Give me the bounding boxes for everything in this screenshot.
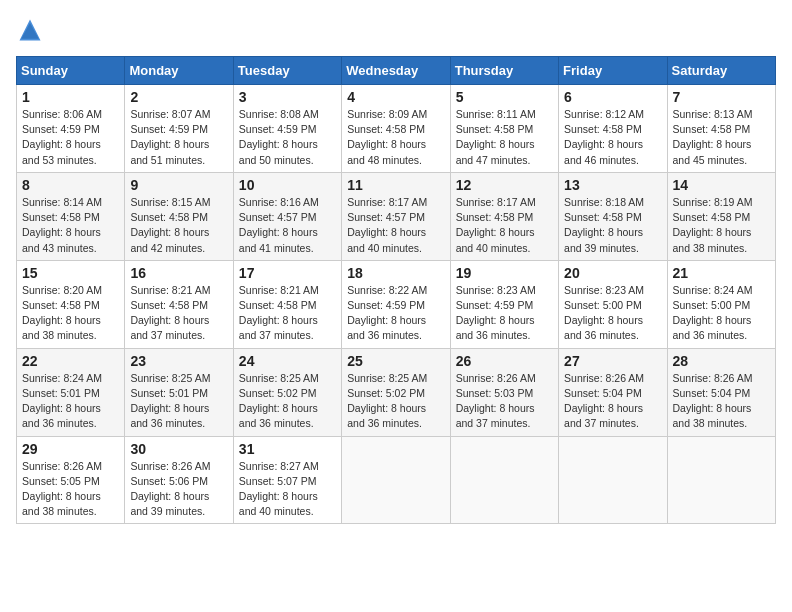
- day-number: 26: [456, 353, 553, 369]
- day-number: 8: [22, 177, 119, 193]
- daylight-hours: Daylight: 8 hours and 51 minutes.: [130, 138, 209, 165]
- day-number: 14: [673, 177, 770, 193]
- sunset-time: Sunset: 5:07 PM: [239, 475, 317, 487]
- daylight-hours: Daylight: 8 hours and 36 minutes.: [456, 314, 535, 341]
- day-info: Sunrise: 8:15 AM Sunset: 4:58 PM Dayligh…: [130, 195, 227, 256]
- calendar-day-cell: 25 Sunrise: 8:25 AM Sunset: 5:02 PM Dayl…: [342, 348, 450, 436]
- sunset-time: Sunset: 4:58 PM: [673, 211, 751, 223]
- calendar-day-cell: 20 Sunrise: 8:23 AM Sunset: 5:00 PM Dayl…: [559, 260, 667, 348]
- day-info: Sunrise: 8:09 AM Sunset: 4:58 PM Dayligh…: [347, 107, 444, 168]
- day-number: 30: [130, 441, 227, 457]
- calendar-week-row: 8 Sunrise: 8:14 AM Sunset: 4:58 PM Dayli…: [17, 172, 776, 260]
- column-header-wednesday: Wednesday: [342, 57, 450, 85]
- day-number: 11: [347, 177, 444, 193]
- sunrise-time: Sunrise: 8:20 AM: [22, 284, 102, 296]
- sunrise-time: Sunrise: 8:25 AM: [130, 372, 210, 384]
- calendar-week-row: 15 Sunrise: 8:20 AM Sunset: 4:58 PM Dayl…: [17, 260, 776, 348]
- day-number: 2: [130, 89, 227, 105]
- day-info: Sunrise: 8:26 AM Sunset: 5:04 PM Dayligh…: [564, 371, 661, 432]
- sunrise-time: Sunrise: 8:15 AM: [130, 196, 210, 208]
- day-info: Sunrise: 8:13 AM Sunset: 4:58 PM Dayligh…: [673, 107, 770, 168]
- sunrise-time: Sunrise: 8:24 AM: [673, 284, 753, 296]
- day-info: Sunrise: 8:17 AM Sunset: 4:57 PM Dayligh…: [347, 195, 444, 256]
- sunset-time: Sunset: 5:02 PM: [239, 387, 317, 399]
- calendar-day-cell: 10 Sunrise: 8:16 AM Sunset: 4:57 PM Dayl…: [233, 172, 341, 260]
- daylight-hours: Daylight: 8 hours and 38 minutes.: [673, 402, 752, 429]
- calendar-day-cell: [667, 436, 775, 524]
- day-info: Sunrise: 8:21 AM Sunset: 4:58 PM Dayligh…: [130, 283, 227, 344]
- day-number: 9: [130, 177, 227, 193]
- calendar-day-cell: 31 Sunrise: 8:27 AM Sunset: 5:07 PM Dayl…: [233, 436, 341, 524]
- day-info: Sunrise: 8:06 AM Sunset: 4:59 PM Dayligh…: [22, 107, 119, 168]
- day-number: 28: [673, 353, 770, 369]
- sunset-time: Sunset: 5:01 PM: [130, 387, 208, 399]
- sunset-time: Sunset: 4:59 PM: [347, 299, 425, 311]
- calendar-day-cell: 5 Sunrise: 8:11 AM Sunset: 4:58 PM Dayli…: [450, 85, 558, 173]
- daylight-hours: Daylight: 8 hours and 36 minutes.: [239, 402, 318, 429]
- daylight-hours: Daylight: 8 hours and 37 minutes.: [239, 314, 318, 341]
- sunset-time: Sunset: 5:04 PM: [673, 387, 751, 399]
- column-header-sunday: Sunday: [17, 57, 125, 85]
- daylight-hours: Daylight: 8 hours and 39 minutes.: [564, 226, 643, 253]
- sunrise-time: Sunrise: 8:17 AM: [456, 196, 536, 208]
- day-info: Sunrise: 8:25 AM Sunset: 5:01 PM Dayligh…: [130, 371, 227, 432]
- calendar-day-cell: 22 Sunrise: 8:24 AM Sunset: 5:01 PM Dayl…: [17, 348, 125, 436]
- daylight-hours: Daylight: 8 hours and 42 minutes.: [130, 226, 209, 253]
- logo: [16, 16, 48, 44]
- calendar-day-cell: 24 Sunrise: 8:25 AM Sunset: 5:02 PM Dayl…: [233, 348, 341, 436]
- page-header: [16, 16, 776, 44]
- day-info: Sunrise: 8:07 AM Sunset: 4:59 PM Dayligh…: [130, 107, 227, 168]
- daylight-hours: Daylight: 8 hours and 46 minutes.: [564, 138, 643, 165]
- calendar-day-cell: 14 Sunrise: 8:19 AM Sunset: 4:58 PM Dayl…: [667, 172, 775, 260]
- sunset-time: Sunset: 4:57 PM: [347, 211, 425, 223]
- calendar-day-cell: 2 Sunrise: 8:07 AM Sunset: 4:59 PM Dayli…: [125, 85, 233, 173]
- day-number: 15: [22, 265, 119, 281]
- sunrise-time: Sunrise: 8:14 AM: [22, 196, 102, 208]
- sunset-time: Sunset: 4:58 PM: [22, 211, 100, 223]
- sunset-time: Sunset: 4:58 PM: [130, 211, 208, 223]
- sunset-time: Sunset: 5:02 PM: [347, 387, 425, 399]
- daylight-hours: Daylight: 8 hours and 36 minutes.: [347, 402, 426, 429]
- sunset-time: Sunset: 4:59 PM: [239, 123, 317, 135]
- sunrise-time: Sunrise: 8:21 AM: [239, 284, 319, 296]
- calendar-day-cell: 17 Sunrise: 8:21 AM Sunset: 4:58 PM Dayl…: [233, 260, 341, 348]
- sunrise-time: Sunrise: 8:27 AM: [239, 460, 319, 472]
- day-number: 21: [673, 265, 770, 281]
- day-number: 13: [564, 177, 661, 193]
- sunrise-time: Sunrise: 8:23 AM: [564, 284, 644, 296]
- day-info: Sunrise: 8:26 AM Sunset: 5:04 PM Dayligh…: [673, 371, 770, 432]
- day-info: Sunrise: 8:24 AM Sunset: 5:00 PM Dayligh…: [673, 283, 770, 344]
- sunrise-time: Sunrise: 8:24 AM: [22, 372, 102, 384]
- day-number: 25: [347, 353, 444, 369]
- daylight-hours: Daylight: 8 hours and 53 minutes.: [22, 138, 101, 165]
- column-header-friday: Friday: [559, 57, 667, 85]
- sunset-time: Sunset: 5:06 PM: [130, 475, 208, 487]
- calendar-day-cell: 18 Sunrise: 8:22 AM Sunset: 4:59 PM Dayl…: [342, 260, 450, 348]
- daylight-hours: Daylight: 8 hours and 43 minutes.: [22, 226, 101, 253]
- sunset-time: Sunset: 5:01 PM: [22, 387, 100, 399]
- day-info: Sunrise: 8:17 AM Sunset: 4:58 PM Dayligh…: [456, 195, 553, 256]
- calendar-day-cell: 30 Sunrise: 8:26 AM Sunset: 5:06 PM Dayl…: [125, 436, 233, 524]
- sunset-time: Sunset: 4:58 PM: [456, 211, 534, 223]
- day-info: Sunrise: 8:12 AM Sunset: 4:58 PM Dayligh…: [564, 107, 661, 168]
- day-number: 4: [347, 89, 444, 105]
- sunset-time: Sunset: 4:59 PM: [456, 299, 534, 311]
- day-number: 19: [456, 265, 553, 281]
- day-info: Sunrise: 8:26 AM Sunset: 5:05 PM Dayligh…: [22, 459, 119, 520]
- day-number: 29: [22, 441, 119, 457]
- daylight-hours: Daylight: 8 hours and 41 minutes.: [239, 226, 318, 253]
- column-header-tuesday: Tuesday: [233, 57, 341, 85]
- day-number: 27: [564, 353, 661, 369]
- calendar-table: SundayMondayTuesdayWednesdayThursdayFrid…: [16, 56, 776, 524]
- calendar-day-cell: 6 Sunrise: 8:12 AM Sunset: 4:58 PM Dayli…: [559, 85, 667, 173]
- daylight-hours: Daylight: 8 hours and 38 minutes.: [22, 490, 101, 517]
- sunrise-time: Sunrise: 8:07 AM: [130, 108, 210, 120]
- daylight-hours: Daylight: 8 hours and 37 minutes.: [130, 314, 209, 341]
- calendar-day-cell: 29 Sunrise: 8:26 AM Sunset: 5:05 PM Dayl…: [17, 436, 125, 524]
- day-number: 3: [239, 89, 336, 105]
- calendar-day-cell: 9 Sunrise: 8:15 AM Sunset: 4:58 PM Dayli…: [125, 172, 233, 260]
- calendar-week-row: 29 Sunrise: 8:26 AM Sunset: 5:05 PM Dayl…: [17, 436, 776, 524]
- daylight-hours: Daylight: 8 hours and 37 minutes.: [564, 402, 643, 429]
- sunrise-time: Sunrise: 8:12 AM: [564, 108, 644, 120]
- sunset-time: Sunset: 5:00 PM: [673, 299, 751, 311]
